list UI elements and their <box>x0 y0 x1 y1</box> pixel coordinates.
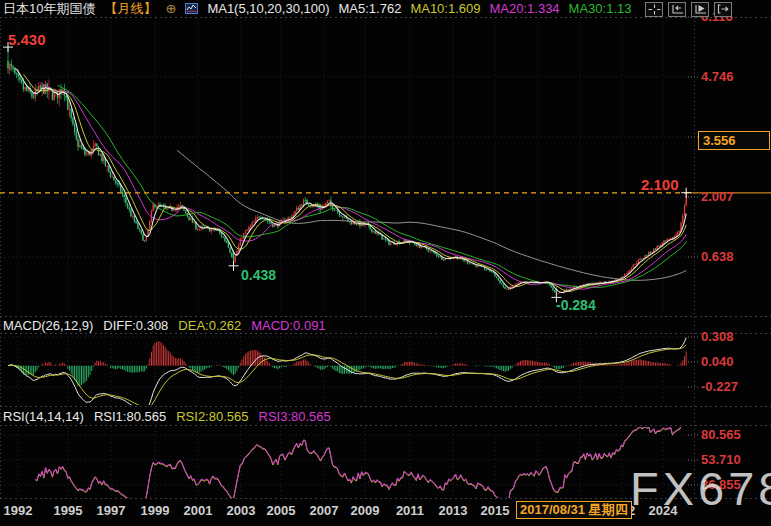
x-axis-label: 1997 <box>87 503 135 518</box>
rsi3-value: RSI3:80.565 <box>259 409 331 424</box>
rsi-header: RSI(14,14,14) RSI1:80.565 RSI2:80.565 RS… <box>3 409 331 424</box>
chart-toolbar <box>645 2 732 17</box>
ma-settings-label: MA1(5,10,20,30,100) <box>207 1 329 16</box>
pan-right-icon[interactable] <box>714 2 732 17</box>
crosshair-tool-icon[interactable] <box>645 2 663 17</box>
low-2019-label: -0.284 <box>556 297 596 313</box>
x-axis-label: 1995 <box>44 503 92 518</box>
x-axis-label: 2011 <box>386 503 434 518</box>
expand-axis-icon[interactable] <box>691 2 709 17</box>
y-axis-label: 4.746 <box>701 69 734 84</box>
ma5-value: MA5:1.762 <box>339 1 402 16</box>
latest-price-tag: 2.100 <box>641 176 679 193</box>
chart-canvas[interactable] <box>0 0 771 526</box>
macd-diff-value: DIFF:0.308 <box>103 318 168 333</box>
ma10-value: MA10:1.609 <box>410 1 480 16</box>
instrument-title: 日本10年期国债 <box>3 0 95 18</box>
ma30-value: MA30:1.13 <box>569 1 632 16</box>
macd-settings-label: MACD(26,12,9) <box>3 318 93 333</box>
rsi1-value: RSI1:80.565 <box>94 409 166 424</box>
x-axis-label: 1999 <box>131 503 179 518</box>
rsi-axis-label: 80.565 <box>701 427 741 442</box>
macd-header: MACD(26,12,9) DIFF:0.308 DEA:0.262 MACD:… <box>3 318 326 333</box>
x-axis-label: 2005 <box>257 503 305 518</box>
chart-header: 日本10年期国债 【月线】 ⊕ MA1(5,10,20,30,100) MA5:… <box>3 1 631 16</box>
x-axis-label: 2001 <box>174 503 222 518</box>
macd-axis-label: 0.040 <box>701 354 734 369</box>
cursor-price-box: 3.556 <box>698 131 770 150</box>
ma20-value: MA20:1.334 <box>490 1 560 16</box>
period-label[interactable]: 【月线】 <box>104 0 156 18</box>
all-time-high-label: 5.430 <box>8 31 46 48</box>
chart-app: 日本10年期国债 【月线】 ⊕ MA1(5,10,20,30,100) MA5:… <box>0 0 771 526</box>
macd-macd-value: MACD:0.091 <box>251 318 325 333</box>
macd-dea-value: DEA:0.262 <box>178 318 241 333</box>
compress-axis-icon[interactable] <box>668 2 686 17</box>
cursor-date-box: 2017/08/31 星期四 <box>516 501 632 519</box>
x-axis-label: 2013 <box>429 503 477 518</box>
x-axis-label: 2015 <box>471 503 519 518</box>
rsi-settings-label: RSI(14,14,14) <box>3 409 84 424</box>
mini-chart-icon[interactable] <box>185 3 198 14</box>
watermark: FX678 <box>630 461 771 516</box>
x-axis-label: 1992 <box>0 503 42 518</box>
rsi2-value: RSI2:80.565 <box>176 409 248 424</box>
add-overlay-icon[interactable]: ⊕ <box>165 1 176 16</box>
y-axis-label: 2.007 <box>701 189 734 204</box>
x-axis-label: 2009 <box>341 503 389 518</box>
macd-axis-label: -0.227 <box>701 379 738 394</box>
low-2003-label: 0.438 <box>241 267 276 283</box>
y-axis-label: 0.638 <box>701 249 734 264</box>
macd-axis-label: 0.308 <box>701 329 734 344</box>
